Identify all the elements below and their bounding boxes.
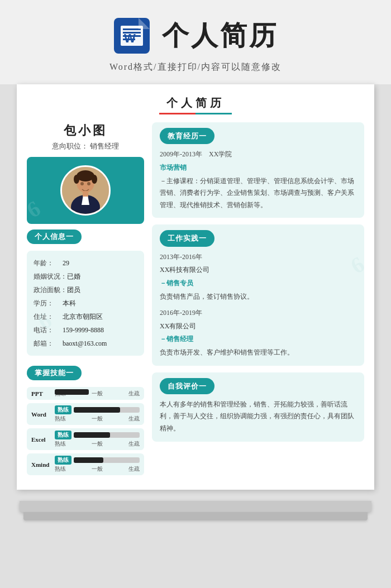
skill-word: Word 熟练 熟练一般生疏 (27, 403, 144, 425)
self-eval-content: 本人有多年的销售和管理经验，销售、开拓能力较强，善听话流利，善于与人交往，组织协… (160, 399, 356, 435)
phone-value: 159-9999-8888 (63, 323, 104, 337)
info-row-political: 政治面貌： 团员 (34, 283, 137, 297)
info-row-marital: 婚姻状况： 已婚 (34, 270, 137, 283)
work-desc-1: 负责销售产品，签订销售协议。 (160, 291, 356, 303)
job-intent-label: 意向职位： (52, 142, 88, 150)
marital-value: 已婚 (67, 270, 80, 283)
svg-point-12 (92, 175, 97, 184)
address-value: 北京市朝阳区 (63, 310, 103, 323)
skill-ppt-level: 熟练一般生疏 (55, 389, 140, 398)
skill-excel-name: Excel (31, 436, 51, 443)
edu-date: 2009年-2013年 XX学院 (160, 149, 356, 161)
name-area: 包小图 意向职位： 销售经理 (27, 122, 144, 151)
skill-excel-fill (74, 432, 110, 438)
skills-section: 掌握技能一 PPT 熟练一般生疏 (27, 360, 144, 475)
email-value: baoxt@163.com (63, 337, 107, 350)
banner-header: W 个人简历 (113, 17, 278, 55)
svg-text:W: W (124, 31, 136, 45)
age-label: 年龄： (34, 256, 63, 270)
work-position-2: －销售经理 (160, 333, 356, 346)
info-row-edu: 学历： 本科 (34, 297, 137, 310)
title-underline (159, 113, 232, 114)
education-content: 2009年-2013年 XX学院 市场营销 －主修课程：分销渠道管理、管理学、管… (160, 149, 356, 211)
self-eval-title: 自我评价一 (160, 378, 214, 394)
skill-excel: Excel 熟练 熟练一般生疏 (27, 428, 144, 450)
skills-list: PPT 熟练一般生疏 Word (27, 387, 144, 475)
skill-ppt: PPT 熟练一般生疏 (27, 387, 144, 400)
skills-header: 掌握技能一 (27, 366, 82, 380)
shadow-page-2 (23, 512, 368, 520)
edu-value: 本科 (63, 297, 76, 310)
skill-excel-bar (74, 432, 140, 438)
education-title: 教育经历一 (160, 128, 214, 144)
resume-body: 包小图 意向职位： 销售经理 (27, 122, 364, 479)
political-label: 政治面貌： (34, 283, 67, 297)
info-row-phone: 电话： 159-9999-8888 (34, 323, 137, 337)
work-date-2: 2016年-2019年 (160, 307, 356, 319)
work-title: 工作实践一 (160, 230, 214, 246)
skill-excel-tag: 熟练 (55, 431, 71, 439)
phone-label: 电话： (34, 323, 63, 337)
skill-xmind-level: 熟练 熟练一般生疏 (55, 456, 140, 473)
right-column: 教育经历一 2009年-2013年 XX学院 市场营销 －主修课程：分销渠道管理… (152, 122, 364, 479)
education-section: 教育经历一 2009年-2013年 XX学院 市场营销 －主修课程：分销渠道管理… (152, 122, 364, 218)
skill-xmind-fill (74, 457, 103, 463)
svg-point-11 (74, 175, 79, 184)
work-item-2: 2016年-2019年 XX有限公司 －销售经理 负责市场开发、客户维护和销售管… (160, 307, 356, 358)
svg-rect-17 (83, 191, 88, 197)
work-position-1: －销售专员 (160, 278, 356, 290)
address-label: 住址： (34, 310, 63, 323)
political-value: 团员 (67, 283, 80, 297)
edu-major: 市场营销 (160, 162, 356, 174)
skill-excel-level: 熟练 熟练一般生疏 (55, 431, 140, 448)
skill-word-bar (74, 407, 140, 413)
svg-point-16 (87, 182, 90, 185)
skill-xmind-tag: 熟练 (55, 456, 71, 465)
name: 包小图 (27, 122, 144, 139)
self-eval-section: 自我评价一 本人有多年的销售和管理经验，销售、开拓能力较强，善听话流利，善于与人… (152, 372, 364, 442)
resume-main-title: 个人简历 (27, 95, 364, 111)
photo-circle (60, 165, 111, 216)
shadow-page-1 (20, 501, 371, 512)
resume-header: 个人简历 (27, 95, 364, 114)
edu-label: 学历： (34, 297, 63, 310)
work-company-1: XX科技有限公司 (160, 264, 356, 276)
age-value: 29 (63, 256, 69, 270)
work-item-1: 2013年-2016年 XX科技有限公司 －销售专员 负责销售产品，签订销售协议… (160, 251, 356, 303)
top-banner: W 个人简历 Word格式/直接打印/内容可以随意修改 (0, 0, 391, 84)
personal-info-section: 个人信息一 年龄： 29 婚姻状况： 已婚 政治面貌： 团员 (27, 224, 144, 356)
word-icon: W (113, 17, 151, 55)
personal-info-content: 年龄： 29 婚姻状况： 已婚 政治面貌： 团员 学历： 本科 (27, 251, 144, 356)
work-section: 工作实践一 2013年-2016年 XX科技有限公司 －销售专员 负责销售产品，… (152, 224, 364, 365)
job-intent-value: 销售经理 (90, 142, 119, 150)
skill-word-name: Word (31, 411, 51, 418)
underline-red (159, 113, 196, 114)
svg-point-15 (80, 182, 84, 185)
skill-word-labels: 熟练一般生疏 (55, 415, 140, 423)
underline-teal (196, 113, 232, 114)
skill-ppt-fill (55, 389, 89, 395)
info-row-age: 年龄： 29 (34, 256, 137, 270)
skill-word-level: 熟练 熟练一般生疏 (55, 405, 140, 423)
skill-xmind-bar (74, 457, 140, 463)
info-row-email: 邮箱： baoxt@163.com (34, 337, 137, 350)
photo-area (27, 157, 144, 224)
skill-ppt-name: PPT (31, 390, 51, 397)
svg-rect-2 (123, 28, 141, 30)
banner-title: 个人简历 (162, 18, 278, 54)
work-desc-2: 负责市场开发、客户维护和销售管理等工作。 (160, 347, 356, 359)
email-label: 邮箱： (34, 337, 63, 350)
skill-xmind-labels: 熟练一般生疏 (55, 465, 140, 473)
banner-subtitle: Word格式/直接打印/内容可以随意修改 (109, 61, 282, 73)
skill-word-tag: 熟练 (55, 405, 71, 414)
skill-excel-labels: 熟练一般生疏 (55, 440, 140, 448)
skill-xmind-name: Xmind (31, 461, 51, 468)
resume-document: 6 6 6 个人简历 包小图 意向职位： 销售经理 (17, 84, 374, 490)
personal-info-header: 个人信息一 (27, 230, 82, 244)
edu-desc: －主修课程：分销渠道管理、管理学、管理信息系统会计学、市场营销、消费者行为学、企… (160, 175, 356, 212)
work-date-1: 2013年-2016年 (160, 251, 356, 264)
left-column: 包小图 意向职位： 销售经理 (27, 122, 144, 479)
skill-xmind: Xmind 熟练 熟练一般生疏 (27, 453, 144, 475)
job-intent: 意向职位： 销售经理 (27, 141, 144, 151)
skill-word-fill (74, 407, 120, 413)
